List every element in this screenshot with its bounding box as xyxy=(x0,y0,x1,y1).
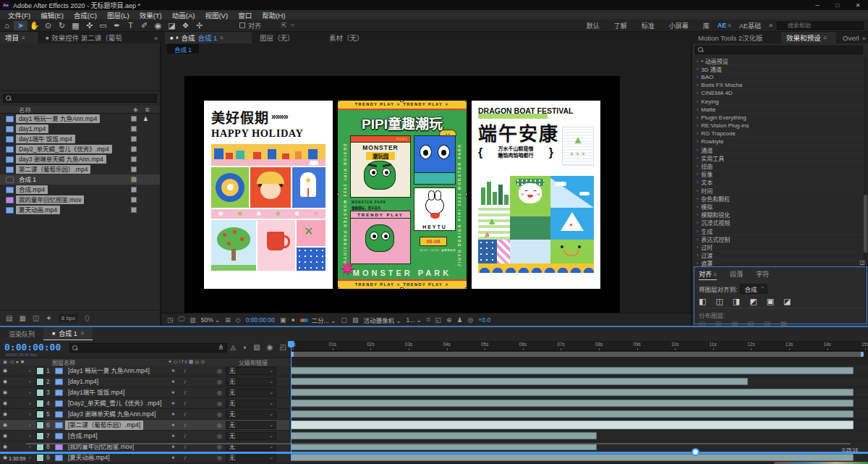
shape-tool-icon[interactable]: ▭ xyxy=(96,21,110,30)
frame-blending-icon[interactable]: ▧ xyxy=(253,343,260,351)
collapse-switch-icon[interactable]: / xyxy=(184,400,186,407)
layer-duration-bar[interactable] xyxy=(291,400,854,407)
layer-visibility-icon[interactable]: ◉ xyxy=(0,444,10,450)
quality-switch-icon[interactable]: ✦ xyxy=(171,455,176,461)
selection-handle[interactable] xyxy=(465,101,467,102)
effects-category[interactable]: ›杂色和颗粒 xyxy=(692,195,864,203)
layer-color-swatch[interactable] xyxy=(36,367,44,375)
camera-tool-icon[interactable]: ▦ xyxy=(69,21,82,30)
timeline-layer-row[interactable]: ◉›5[day3 谢琳单天蝎 九鱼Ann.mp4]✦/◎无 xyxy=(0,409,289,420)
quality-switch-icon[interactable]: ✦ xyxy=(171,422,176,429)
collapse-switch-icon[interactable]: / xyxy=(184,379,186,385)
text-tool-icon[interactable]: T xyxy=(124,21,137,30)
hand-tool-icon[interactable]: ✋ xyxy=(27,21,41,30)
layer-visibility-icon[interactable]: ◉ xyxy=(0,411,10,417)
parent-dropdown[interactable]: 无 xyxy=(226,367,276,375)
adjust-icon[interactable]: ✦ xyxy=(46,314,51,322)
effects-category[interactable]: ›过渡 xyxy=(692,252,864,260)
collapse-switch-icon[interactable]: / xyxy=(184,422,186,429)
close-button[interactable]: ✕ xyxy=(848,2,868,9)
twirl-icon[interactable]: › xyxy=(697,156,698,161)
effects-category[interactable]: ›RG Trapcode xyxy=(692,130,864,138)
align-top-icon[interactable]: ◩ xyxy=(749,297,757,306)
layer-twirl-icon[interactable]: › xyxy=(29,423,36,428)
parent-link-cell[interactable]: ◎无 xyxy=(217,454,276,462)
hide-shy-layers-icon[interactable]: ◖ xyxy=(242,343,247,351)
twirl-icon[interactable]: › xyxy=(697,172,698,177)
layer-switches[interactable]: ✦/ xyxy=(171,379,186,385)
twirl-icon[interactable]: › xyxy=(697,180,698,185)
parent-dropdown[interactable]: 无 xyxy=(226,421,276,429)
tab-composition[interactable]: ■⬧ 合成 合成 1≡ xyxy=(165,32,252,43)
layer-visibility-icon[interactable]: ◉ xyxy=(0,389,10,395)
effects-category[interactable]: ›* 动画预设 xyxy=(692,57,864,65)
layer-switches[interactable]: ✦/ xyxy=(171,433,186,439)
minimize-button[interactable]: ─ xyxy=(807,2,827,9)
twirl-icon[interactable]: › xyxy=(697,229,698,234)
work-area-bar[interactable] xyxy=(291,352,864,357)
align-left-icon[interactable]: ◧ xyxy=(699,297,706,306)
project-search[interactable] xyxy=(0,93,160,104)
workspace-item[interactable]: 了解 xyxy=(608,21,634,30)
bit-depth-label[interactable]: 8 bpc xyxy=(59,314,79,322)
layer-twirl-icon[interactable]: › xyxy=(29,379,36,384)
parent-link-cell[interactable]: ◎无 xyxy=(217,400,276,408)
parent-link-cell[interactable]: ◎无 xyxy=(217,421,276,429)
layer-twirl-icon[interactable]: › xyxy=(29,412,36,417)
timeline-layer-row[interactable]: ◉›4[Day2_单天蝎_雪儿《优秀》.mp4]✦/◎无 xyxy=(0,398,289,409)
quality-switch-icon[interactable]: ✦ xyxy=(171,389,176,396)
new-comp-icon[interactable]: ◫ xyxy=(33,314,39,322)
align-checkbox[interactable] xyxy=(239,22,245,28)
quality-switch-icon[interactable]: ✦ xyxy=(171,433,176,439)
tag-swatch[interactable] xyxy=(131,136,137,142)
effects-category[interactable]: ›Matte xyxy=(692,106,864,114)
menu-item[interactable]: 窗口 xyxy=(233,10,257,20)
selection-handle[interactable] xyxy=(465,193,467,196)
timeline-layer-row[interactable]: ◉›2[day1.mp4]✦/◎无 xyxy=(0,376,289,387)
layer-color-swatch[interactable] xyxy=(36,378,44,386)
tab-overlord[interactable]: Overl» xyxy=(838,32,868,43)
tab-effects-presets[interactable]: 效果和预设≡ xyxy=(781,32,836,43)
workspace-item[interactable]: 标准 xyxy=(635,21,661,30)
twirl-icon[interactable]: › xyxy=(697,131,698,136)
show-snapshot-icon[interactable]: ● xyxy=(291,316,294,324)
workspace-ae[interactable]: AE xyxy=(718,22,727,29)
effects-search-input[interactable] xyxy=(695,46,863,54)
parent-link-cell[interactable]: ◎无 xyxy=(217,378,276,386)
viewer-timecode[interactable]: 0:00:00:00 xyxy=(246,316,275,324)
tag-swatch[interactable] xyxy=(131,166,137,172)
effects-scrollbar[interactable] xyxy=(864,57,867,267)
workspace-overflow-icon[interactable]: » xyxy=(769,22,773,29)
effects-category[interactable]: ›实用工具 xyxy=(692,154,864,162)
effects-category[interactable]: ›BAO xyxy=(692,73,864,81)
twirl-icon[interactable]: › xyxy=(697,245,698,250)
tab-character[interactable]: 字符 xyxy=(756,269,769,280)
layer-color-swatch[interactable] xyxy=(36,400,44,408)
video-progress-knob[interactable] xyxy=(692,448,699,456)
layer-duration-bar[interactable] xyxy=(291,432,597,439)
layer-switches[interactable]: ✦/ xyxy=(171,400,186,407)
parent-dropdown[interactable]: 无 xyxy=(226,454,276,462)
composition-canvas[interactable]: 美好假期 »»»» HAPPY HOLIDAY xyxy=(184,76,620,313)
pickwhip-icon[interactable]: ◎ xyxy=(217,455,222,461)
quality-switch-icon[interactable]: ✦ xyxy=(171,368,176,374)
zoom-level-dropdown[interactable]: 50% ⌄ xyxy=(201,316,221,324)
pen-tool-icon[interactable]: ✒ xyxy=(110,21,124,30)
align-bottom-icon[interactable]: ◪ xyxy=(783,297,791,306)
flowchart-icon[interactable]: ◳ xyxy=(167,316,174,324)
parent-dropdown[interactable]: 无 xyxy=(226,410,276,418)
roi-icon[interactable]: ▢ xyxy=(341,316,347,324)
project-item[interactable]: day1.mp4 xyxy=(0,124,160,134)
selection-handle[interactable] xyxy=(338,101,339,102)
channels-icon[interactable] xyxy=(300,316,307,324)
effects-category[interactable]: ›扭曲 xyxy=(692,162,864,170)
layer-switches[interactable]: ✦/ xyxy=(171,389,186,396)
layer-duration-bar[interactable] xyxy=(291,378,748,385)
twirl-icon[interactable]: › xyxy=(697,99,698,104)
collapse-switch-icon[interactable]: / xyxy=(184,368,186,374)
tag-swatch[interactable] xyxy=(131,177,137,182)
twirl-icon[interactable]: › xyxy=(697,261,698,266)
tab-align[interactable]: 对齐 ≡ xyxy=(699,269,717,280)
menu-item[interactable]: 动画(A) xyxy=(167,10,200,20)
project-item[interactable]: day1 畅玩一夏 九鱼Ann.mp4♟ xyxy=(0,114,160,124)
